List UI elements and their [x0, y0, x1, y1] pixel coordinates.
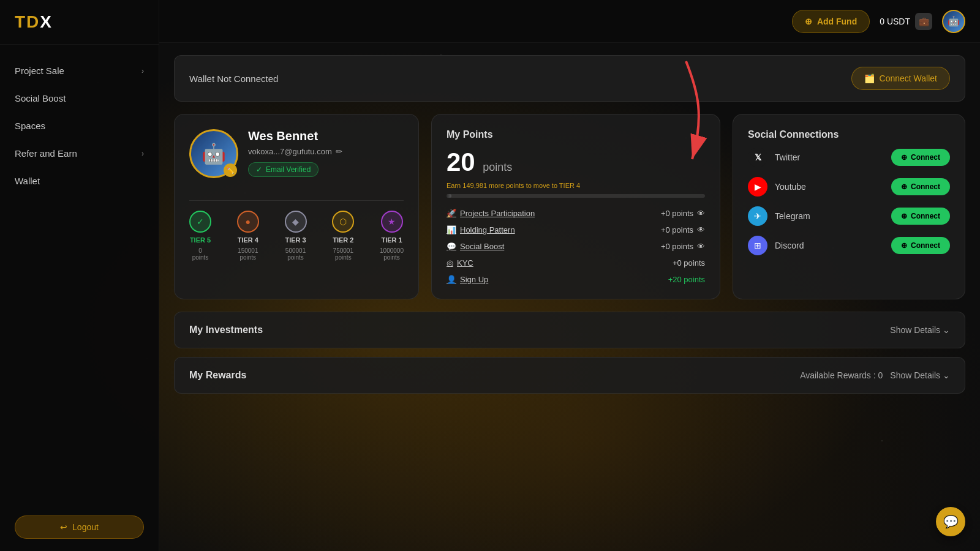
- plus-icon-2: ⊕: [901, 182, 907, 191]
- wallet-connect-icon: 🗂️: [864, 73, 875, 83]
- tier-4-label: TIER 4: [238, 236, 258, 244]
- points-item-projects: 🚀 Projects Participation +0 points 👁: [447, 209, 705, 218]
- tier-2-icon: ⬡: [332, 211, 354, 233]
- wallet-not-connected-banner: Wallet Not Connected 🗂️ Connect Wallet: [174, 55, 965, 102]
- logo: TDX: [0, 0, 159, 45]
- kyc-icon: ◎: [447, 258, 453, 268]
- connect-wallet-button[interactable]: 🗂️ Connect Wallet: [851, 67, 950, 90]
- tier-item-1: ★ TIER 1 1000000points: [380, 211, 404, 261]
- logout-button[interactable]: ↩ Logout: [15, 515, 144, 539]
- tier-4-points: 150001points: [238, 247, 258, 261]
- sidebar-item-wallet[interactable]: Wallet: [0, 167, 159, 195]
- plus-circle-icon: ⊕: [805, 17, 812, 26]
- profile-card: 🤖 ✏️ Wes Bennet vokoxa...7@gufutu.com ✏ …: [174, 114, 419, 299]
- profile-header: 🤖 ✏️ Wes Bennet vokoxa...7@gufutu.com ✏ …: [189, 129, 404, 178]
- sidebar-nav: Project Sale › Social Boost Spaces Refer…: [0, 45, 159, 503]
- rewards-title: My Rewards: [189, 370, 246, 381]
- tier-4-icon: ●: [237, 211, 259, 233]
- points-item-kyc-label: ◎ KYC: [447, 258, 473, 268]
- user-avatar[interactable]: 🤖: [942, 10, 965, 33]
- sidebar-item-spaces[interactable]: Spaces: [0, 112, 159, 140]
- profile-info: Wes Bennet vokoxa...7@gufutu.com ✏ ✓ Ema…: [248, 129, 404, 177]
- check-icon: ✓: [256, 165, 262, 174]
- social-item-youtube: ▶ Youtube ⊕ Connect: [748, 177, 950, 197]
- plus-icon-4: ⊕: [901, 241, 907, 250]
- plus-icon-3: ⊕: [901, 212, 907, 220]
- logo-td: TD: [15, 12, 40, 31]
- header: ⊕ Add Fund 0 USDT 💼 🤖: [159, 0, 980, 43]
- investments-show-details-button[interactable]: Show Details ⌄: [890, 325, 950, 335]
- chevron-right-icon: ›: [141, 67, 144, 75]
- eye-icon-1: 👁: [697, 225, 705, 234]
- tier-5-points: 0points: [192, 247, 209, 261]
- points-item-projects-value: +0 points 👁: [661, 209, 705, 218]
- cards-row: 🤖 ✏️ Wes Bennet vokoxa...7@gufutu.com ✏ …: [174, 114, 965, 299]
- available-rewards-text: Available Rewards : 0: [800, 370, 883, 380]
- eye-icon-0: 👁: [697, 209, 705, 218]
- points-item-kyc-value: +0 points: [673, 258, 705, 268]
- tier-5-label: TIER 5: [190, 236, 211, 244]
- sidebar-item-refer-earn[interactable]: Refer and Earn ›: [0, 140, 159, 167]
- chat-button[interactable]: 💬: [936, 507, 965, 536]
- points-card: My Points 20 points Earn 149,981 more po…: [431, 114, 720, 299]
- progress-bar-fill: [447, 194, 451, 198]
- wallet-icon: 💼: [915, 13, 932, 30]
- tier-3-points: 500001points: [285, 247, 306, 261]
- signup-icon: 👤: [447, 275, 456, 284]
- points-item-projects-label: 🚀 Projects Participation: [447, 209, 535, 218]
- edit-email-icon[interactable]: ✏: [336, 147, 342, 156]
- points-item-holding-value: +0 points 👁: [661, 225, 705, 234]
- points-value: 20: [447, 148, 475, 177]
- add-fund-button[interactable]: ⊕ Add Fund: [792, 10, 870, 33]
- twitter-connect-button[interactable]: ⊕ Connect: [891, 149, 950, 166]
- telegram-icon: ✈: [748, 206, 767, 226]
- tier-item-4: ● TIER 4 150001points: [237, 211, 259, 261]
- social-item-telegram: ✈ Telegram ⊕ Connect: [748, 206, 950, 226]
- social-list: 𝕏 Twitter ⊕ Connect ▶ Youtube ⊕: [748, 148, 950, 255]
- points-item-kyc: ◎ KYC +0 points: [447, 258, 705, 268]
- points-item-signup-value: +20 points: [668, 275, 705, 284]
- logout-icon: ↩: [60, 522, 67, 532]
- telegram-connect-button[interactable]: ⊕ Connect: [891, 208, 950, 225]
- investments-panel: My Investments Show Details ⌄: [174, 312, 965, 348]
- points-item-social-value: +0 points 👁: [661, 242, 705, 251]
- tier-2-points: 750001points: [333, 247, 353, 261]
- eye-icon-2: 👁: [697, 242, 705, 251]
- points-item-social-label: 💬 Social Boost: [447, 242, 504, 251]
- rocket-icon: 🚀: [447, 209, 456, 218]
- social-connections-card: Social Connections 𝕏 Twitter ⊕ Connect ▶: [733, 114, 965, 299]
- points-item-signup-label: 👤 Sign Up: [447, 275, 488, 284]
- chevron-right-icon-2: ›: [141, 149, 144, 158]
- youtube-connect-button[interactable]: ⊕ Connect: [891, 178, 950, 195]
- main-content: Wallet Not Connected 🗂️ Connect Wallet 🤖…: [159, 43, 980, 551]
- rewards-panel: My Rewards Available Rewards : 0 Show De…: [174, 357, 965, 394]
- tier-item-5: ✓ TIER 5 0points: [189, 211, 211, 261]
- tier-1-icon: ★: [381, 211, 403, 233]
- youtube-icon: ▶: [748, 177, 767, 197]
- sidebar-item-project-sale[interactable]: Project Sale ›: [0, 57, 159, 84]
- tier-5-icon: ✓: [189, 211, 211, 233]
- points-item-signup: 👤 Sign Up +20 points: [447, 275, 705, 284]
- tier-3-icon: ◆: [285, 211, 307, 233]
- sidebar-item-social-boost[interactable]: Social Boost: [0, 84, 159, 112]
- edit-avatar-badge[interactable]: ✏️: [224, 163, 237, 177]
- chart-icon: 📊: [447, 225, 456, 234]
- points-display: 20 points: [447, 148, 705, 177]
- logout-section: ↩ Logout: [0, 503, 159, 551]
- rewards-panel-right: Available Rewards : 0 Show Details ⌄: [800, 370, 950, 380]
- social-name-youtube: ▶ Youtube: [748, 177, 806, 197]
- verified-badge: ✓ Email Verified: [248, 162, 318, 177]
- tier-row: ✓ TIER 5 0points ● TIER 4 150001points ◆…: [189, 211, 404, 261]
- discord-connect-button[interactable]: ⊕ Connect: [891, 237, 950, 254]
- tier-item-3: ◆ TIER 3 500001points: [285, 211, 307, 261]
- rewards-show-details-button[interactable]: Show Details ⌄: [890, 370, 950, 380]
- profile-email: vokoxa...7@gufutu.com ✏: [248, 147, 404, 156]
- divider: [189, 200, 404, 201]
- social-item-discord: ⊞ Discord ⊕ Connect: [748, 236, 950, 255]
- tier-2-label: TIER 2: [333, 236, 353, 244]
- discord-icon: ⊞: [748, 236, 767, 255]
- points-item-social: 💬 Social Boost +0 points 👁: [447, 242, 705, 251]
- twitter-icon: 𝕏: [748, 148, 767, 167]
- social-item-twitter: 𝕏 Twitter ⊕ Connect: [748, 148, 950, 167]
- progress-bar-bg: [447, 194, 705, 198]
